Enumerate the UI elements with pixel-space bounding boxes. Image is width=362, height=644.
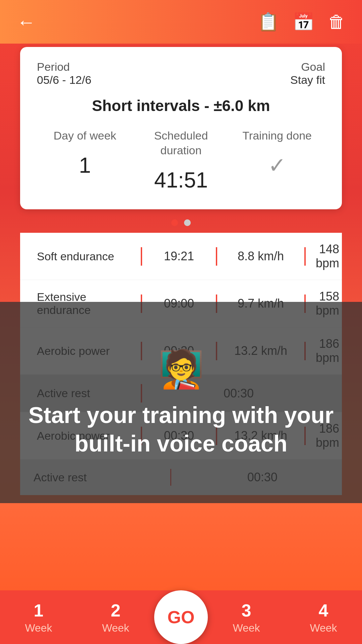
dot-1[interactable] [171, 219, 178, 226]
card-columns: Day of week 1 Scheduled duration 41:51 T… [37, 128, 325, 193]
main-card: Period 05/6 - 12/6 Goal Stay fit Short i… [20, 47, 342, 209]
interval-time: 19:21 [152, 249, 206, 263]
week-3-number: 3 [242, 600, 251, 621]
presenter-icon: 🧑‍🏫 [158, 347, 204, 391]
separator-icon [141, 247, 142, 266]
card-meta: Period 05/6 - 12/6 Goal Stay fit [37, 60, 325, 87]
training-done-checkmark: ✓ [229, 150, 325, 178]
nav-week-2[interactable]: 2 Week [77, 600, 154, 634]
scheduled-duration-header: Scheduled duration [133, 128, 229, 164]
week-4-label: Week [310, 622, 337, 634]
scheduled-duration-col: Scheduled duration 41:51 [133, 128, 229, 193]
back-button[interactable]: ← [17, 11, 36, 33]
week-4-number: 4 [319, 600, 328, 621]
period-label: Period [37, 60, 92, 73]
calendar-icon[interactable]: 📅 [293, 12, 314, 32]
header-icons: 📋 📅 🗑 [257, 12, 345, 32]
period-value: 05/6 - 12/6 [37, 73, 92, 87]
week-3-label: Week [233, 622, 260, 634]
interval-speed: 8.8 km/h [227, 249, 294, 263]
separator-icon-3 [304, 247, 306, 266]
goal-label: Goal [290, 60, 325, 73]
page-dots [0, 219, 362, 226]
goal-section: Goal Stay fit [290, 60, 325, 87]
dot-2[interactable] [184, 219, 191, 226]
week-2-label: Week [102, 622, 129, 634]
week-1-number: 1 [34, 600, 44, 621]
goal-value: Stay fit [290, 73, 325, 87]
nav-week-4[interactable]: 4 Week [285, 600, 362, 634]
day-of-week-header: Day of week [37, 128, 133, 150]
go-button[interactable]: GO [154, 590, 208, 644]
go-label: GO [168, 607, 195, 627]
workout-title: Short intervals - ±6.0 km [37, 97, 325, 115]
interval-row: Soft endurance19:218.8 km/h148 bpm [20, 233, 342, 280]
training-done-col: Training done ✓ [229, 128, 325, 193]
nav-week-3[interactable]: 3 Week [208, 600, 285, 634]
day-of-week-col: Day of week 1 [37, 128, 133, 193]
period-section: Period 05/6 - 12/6 [37, 60, 92, 87]
overlay-text: Start your training with your built-in v… [0, 401, 362, 458]
delete-icon[interactable]: 🗑 [328, 12, 345, 32]
coach-overlay[interactable]: 🧑‍🏫 Start your training with your built-… [0, 302, 362, 503]
checklist-icon[interactable]: 📋 [257, 12, 279, 32]
day-of-week-value: 1 [37, 150, 133, 178]
interval-bpm: 148 bpm [316, 242, 339, 270]
nav-week-1[interactable]: 1 Week [0, 600, 77, 634]
scheduled-duration-value: 41:51 [133, 164, 229, 193]
training-done-header: Training done [229, 128, 325, 150]
separator-icon-2 [216, 247, 217, 266]
interval-name: Soft endurance [37, 250, 131, 263]
week-2-number: 2 [111, 600, 121, 621]
header-bar: ← 📋 📅 🗑 [0, 0, 362, 44]
week-1-label: Week [25, 622, 52, 634]
bottom-navigation: 1 Week 2 Week GO 3 Week 4 Week [0, 590, 362, 644]
